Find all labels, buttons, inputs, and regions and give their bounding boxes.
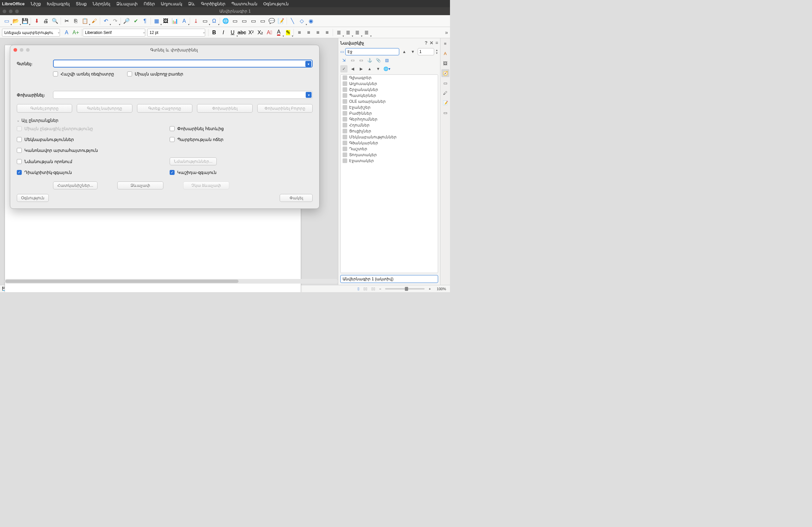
nav-item-sections[interactable]: Բաժիններ	[340, 110, 438, 116]
menu-form[interactable]: Ձև	[186, 1, 198, 7]
menu-edit[interactable]: Խմբագրել	[44, 1, 72, 7]
nav-item-footnotes[interactable]: Տողատակեր	[340, 152, 438, 158]
nav-mode-select[interactable]	[345, 48, 399, 55]
insert-table-button[interactable]: ▦	[152, 16, 161, 26]
horizontal-scrollbar[interactable]	[5, 279, 338, 283]
find-dropdown-icon[interactable]: ▾	[305, 61, 311, 67]
nav-item-drawings[interactable]: Գծանկարներ	[340, 140, 438, 146]
nav-item-frames[interactable]: Շրջանակներ	[340, 87, 438, 92]
nav-item-endnotes[interactable]: Էջատակեր	[340, 158, 438, 164]
copy-button[interactable]: ⎘	[71, 16, 81, 26]
zoom-percent[interactable]: 100%	[435, 287, 448, 291]
find-all-button[interactable]: Գտնել բոլորը	[17, 104, 72, 113]
bullet-list-button[interactable]: ≣	[334, 28, 343, 37]
insert-image-button[interactable]: 🖼	[161, 16, 170, 26]
reminder-icon[interactable]: 📎	[375, 57, 382, 64]
view-multi-page-icon[interactable]: ▯▯	[363, 287, 367, 291]
navigator-close-icon[interactable]: ✕	[430, 40, 434, 45]
new-style-button[interactable]: A+	[71, 28, 81, 37]
content-view-icon[interactable]: ⇲	[340, 57, 348, 64]
align-left-button[interactable]: ≡	[295, 28, 304, 37]
strikethrough-button[interactable]: abc	[237, 28, 246, 37]
match-case-checkbox[interactable]	[53, 72, 58, 76]
find-replace-button[interactable]: 🔎	[122, 16, 131, 26]
find-next-button[interactable]: Գտեք Հաջորդը	[137, 104, 192, 113]
view-single-page-icon[interactable]: ▯	[358, 287, 359, 291]
view-book-icon[interactable]: ▯▯	[371, 287, 375, 291]
spellcheck-button[interactable]: ✔	[131, 16, 140, 26]
paste-button[interactable]: 📋	[81, 16, 90, 26]
insert-hyperlink-button[interactable]: 🌐	[221, 16, 230, 26]
menu-help[interactable]: Օգնություն	[261, 1, 291, 7]
zoom-out-icon[interactable]: −	[379, 287, 381, 291]
page-spin-up[interactable]: ▲	[435, 49, 438, 52]
insert-symbol-button[interactable]: Ω	[209, 16, 219, 26]
line-spacing-button[interactable]: ≣	[362, 28, 371, 37]
align-center-button[interactable]: ≡	[304, 28, 313, 37]
toolbar-overflow-icon[interactable]: »	[445, 30, 448, 35]
navigator-help-icon[interactable]: ?	[425, 40, 427, 45]
menu-tools[interactable]: Գործիքներ	[198, 1, 228, 7]
navigator-tree[interactable]: Գլխագրեր Աղյուսակներ Շրջանակներ Պատկերնե…	[340, 74, 438, 273]
zoom-slider[interactable]	[385, 288, 425, 290]
align-justify-button[interactable]: ≡	[322, 28, 332, 37]
headings-icon[interactable]: ▤	[383, 57, 390, 64]
outline-list-button[interactable]: ≣	[352, 28, 362, 37]
font-size-select[interactable]	[147, 29, 205, 36]
other-options-toggle[interactable]: ⌄Այլ ընտրանքներ	[17, 118, 313, 123]
new-document-button[interactable]: ▭	[2, 16, 11, 26]
insert-footnote-button[interactable]: ▭	[230, 16, 240, 26]
paragraph-styles-checkbox[interactable]	[170, 137, 175, 142]
nav-prev-icon[interactable]: ▲	[401, 48, 408, 55]
font-name-select[interactable]	[83, 29, 145, 36]
menu-insert[interactable]: Ներդնել	[90, 1, 113, 7]
close-button[interactable]: Փակել	[280, 194, 313, 202]
save-button[interactable]: 💾	[20, 16, 30, 26]
sidebar-page-icon[interactable]: ▭	[441, 79, 449, 87]
insert-textbox-button[interactable]: A	[179, 16, 189, 26]
nav-item-tables[interactable]: Աղյուսակներ	[340, 81, 438, 87]
insert-comment-button[interactable]: 💬	[267, 16, 276, 26]
paragraph-style-select[interactable]	[2, 29, 60, 36]
dialog-close-icon[interactable]	[14, 48, 17, 52]
clear-formatting-button[interactable]: A⃠	[265, 28, 274, 37]
header-icon[interactable]: ▭	[349, 57, 356, 64]
number-list-button[interactable]: ≣	[343, 28, 352, 37]
update-style-button[interactable]: A	[62, 28, 71, 37]
insert-chart-button[interactable]: 📊	[170, 16, 179, 26]
document-area[interactable]: Գտնել և փոխարինել Գտնել։ ▾ Հաշվի առնել ռ…	[0, 38, 338, 285]
menu-format[interactable]: Ձևաչափ	[114, 1, 140, 7]
zoom-window-icon[interactable]	[15, 10, 19, 13]
insert-bookmark-button[interactable]: ▭	[249, 16, 258, 26]
replace-input[interactable]: ▾	[53, 91, 313, 99]
zoom-in-icon[interactable]: +	[429, 287, 431, 291]
nav-item-headings[interactable]: Գլխագրեր	[340, 75, 438, 81]
attributes-button[interactable]: Հատկանիշներ...	[53, 181, 98, 189]
move-down-icon[interactable]: ▼	[375, 65, 382, 72]
footer-icon[interactable]: ▭	[358, 57, 365, 64]
document-select[interactable]	[340, 275, 438, 283]
bold-button[interactable]: B	[209, 28, 219, 37]
promote-left-icon[interactable]: ◀	[349, 65, 356, 72]
italic-button[interactable]: I	[219, 28, 228, 37]
current-selection-checkbox[interactable]	[17, 126, 22, 131]
formatting-marks-button[interactable]: ¶	[140, 16, 149, 26]
superscript-button[interactable]: X²	[246, 28, 256, 37]
replace-backwards-checkbox[interactable]	[170, 126, 175, 131]
nav-item-hyperlinks[interactable]: Գերհղումներ	[340, 116, 438, 122]
nav-item-ole[interactable]: OLE առարկաներ	[340, 99, 438, 104]
replace-button[interactable]: Փոխարինել	[197, 104, 252, 113]
sidebar-properties-icon[interactable]: ≡	[441, 40, 449, 47]
sidebar-navigator-icon[interactable]: 🧭	[441, 69, 449, 77]
help-button[interactable]: Օգնություն	[17, 194, 49, 202]
promote-right-icon[interactable]: ▶	[358, 65, 365, 72]
nav-page-number[interactable]	[418, 48, 434, 55]
anchor-icon[interactable]: ⚓	[366, 57, 373, 64]
open-button[interactable]: 📂	[11, 16, 20, 26]
comments-checkbox[interactable]	[17, 137, 22, 142]
sidebar-manage-changes-icon[interactable]: 📝	[441, 99, 449, 107]
listbox-icon[interactable]: ✓	[340, 65, 348, 72]
drag-mode-icon[interactable]: 🌐▾	[383, 65, 390, 72]
show-draw-functions-button[interactable]: ◉	[306, 16, 316, 26]
regex-checkbox[interactable]	[17, 148, 22, 153]
